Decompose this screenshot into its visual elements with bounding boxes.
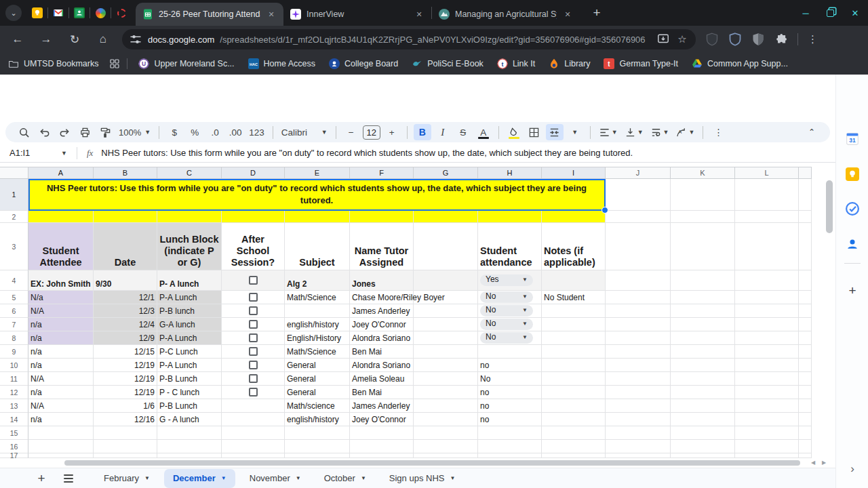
cell-G7[interactable] (414, 318, 478, 331)
cell-A6[interactable]: N/A (28, 304, 94, 318)
cell-stub-16[interactable] (799, 440, 812, 453)
cell-C16[interactable] (157, 440, 222, 453)
cell-L11[interactable] (735, 372, 799, 386)
cell-C9[interactable]: P-C Lunch (157, 345, 222, 359)
column-header-K[interactable]: K (671, 167, 735, 179)
cell-B12[interactable]: 12/19 (94, 386, 157, 399)
cell-B3[interactable]: Date (94, 223, 157, 270)
cell-D5[interactable] (222, 291, 285, 304)
cell-H7[interactable]: No▼ (478, 318, 542, 331)
merge-cells-dropdown[interactable]: ▼ (566, 124, 584, 140)
sheet-tab-sign-ups-nhs[interactable]: Sign ups NHS▼ (380, 469, 465, 488)
cell-C11[interactable]: P-B Lunch (157, 372, 222, 386)
row-header-13[interactable]: 13 (0, 399, 28, 413)
cell-stub-14[interactable] (799, 413, 812, 426)
cell-stub-17[interactable] (799, 453, 812, 458)
italic-button[interactable]: I (434, 124, 452, 140)
cell-A4[interactable]: EX: John Smith (28, 270, 94, 291)
vertical-scroll-thumb[interactable] (826, 180, 833, 233)
hide-menus-chevron[interactable]: ⌃ (803, 124, 821, 140)
cell-D2[interactable] (222, 211, 285, 223)
row-header-6[interactable]: 6 (0, 304, 28, 318)
cell-D16[interactable] (222, 440, 285, 453)
print-icon[interactable] (76, 124, 94, 140)
cell-B5[interactable]: 12/1 (94, 291, 157, 304)
cell-H10[interactable]: no (478, 359, 542, 372)
cell-H2[interactable] (478, 211, 542, 223)
column-header-I[interactable]: I (542, 167, 606, 179)
cell-J13[interactable] (606, 399, 671, 413)
cell-H15[interactable] (478, 426, 542, 440)
pinned-tab-keep[interactable] (27, 0, 47, 26)
cell-F13[interactable]: James Anderley (350, 399, 414, 413)
row-header-5[interactable]: 5 (0, 291, 28, 304)
cell-E16[interactable] (285, 440, 350, 453)
cell-K1[interactable] (671, 179, 735, 211)
cell-J10[interactable] (606, 359, 671, 372)
cell-I8[interactable] (542, 331, 606, 345)
column-header-G[interactable]: G (414, 167, 478, 179)
cell-K13[interactable] (671, 399, 735, 413)
cell-K7[interactable] (671, 318, 735, 331)
cell-L4[interactable] (735, 270, 799, 291)
column-header-D[interactable]: D (222, 167, 285, 179)
scroll-right-icon[interactable]: ▶ (822, 460, 826, 466)
cell-L9[interactable] (735, 345, 799, 359)
cell-J15[interactable] (606, 426, 671, 440)
cell-stub-8[interactable] (799, 331, 812, 345)
horizontal-scroll-thumb[interactable] (64, 460, 800, 466)
pinned-tab-copilot[interactable] (90, 0, 111, 26)
cell-E15[interactable] (285, 426, 350, 440)
cell-stub-11[interactable] (799, 372, 812, 386)
number-format-button[interactable]: 123 (247, 124, 267, 140)
cell-H16[interactable] (478, 440, 542, 453)
cell-D9[interactable] (222, 345, 285, 359)
site-settings-icon[interactable] (129, 33, 142, 46)
cell-K3[interactable] (671, 223, 735, 270)
cell-L1[interactable] (735, 179, 799, 211)
cell-E6[interactable] (285, 304, 350, 318)
row-header-3[interactable]: 3 (0, 223, 28, 270)
browser-menu-icon[interactable]: ⋮ (808, 33, 818, 45)
add-sheet-button[interactable]: + (33, 471, 50, 486)
checkbox[interactable] (249, 306, 258, 315)
text-color-button[interactable]: A (475, 124, 492, 140)
cell-E11[interactable]: General (285, 372, 350, 386)
cell-G10[interactable] (414, 359, 478, 372)
reload-icon[interactable]: ↻ (64, 28, 85, 50)
zoom-select[interactable]: 100%▼ (117, 124, 153, 140)
bookmark-hac[interactable]: HACHome Access (248, 58, 315, 69)
pinned-tab-gmail[interactable] (48, 0, 68, 26)
cell-stub-4[interactable] (799, 270, 812, 291)
cell-C5[interactable]: P-A Lunch (157, 291, 222, 304)
cell-K14[interactable] (671, 413, 735, 426)
bookmark-linkit[interactable]: tLink It (497, 58, 535, 69)
formula-input[interactable]: NHS Peer tutors: Use this form while you… (101, 148, 835, 158)
selection-fill-handle[interactable] (601, 207, 608, 214)
checkbox[interactable] (249, 320, 258, 329)
checkbox[interactable] (249, 333, 258, 342)
cell-H4[interactable]: Yes▼ (478, 270, 542, 291)
cell-L13[interactable] (735, 399, 799, 413)
cell-J6[interactable] (606, 304, 671, 318)
cell-A1-merged-banner[interactable]: NHS Peer tutors: Use this form while you… (28, 179, 606, 211)
cell-G15[interactable] (414, 426, 478, 440)
checkbox[interactable] (249, 361, 258, 369)
cell-A13[interactable]: N/A (28, 399, 94, 413)
cell-stub-15[interactable] (799, 426, 812, 440)
cell-L14[interactable] (735, 413, 799, 426)
cell-H8[interactable]: No▼ (478, 331, 542, 345)
cell-E7[interactable]: english/history (285, 318, 350, 331)
install-app-icon[interactable] (656, 33, 670, 46)
cell-D3[interactable]: After School Session? (222, 223, 285, 270)
dropdown-chip[interactable]: No▼ (480, 319, 533, 330)
cell-J8[interactable] (606, 331, 671, 345)
cell-J17[interactable] (606, 453, 671, 458)
cell-L5[interactable] (735, 291, 799, 304)
sheet-tab-october[interactable]: October▼ (315, 469, 375, 488)
sheet-tab-november[interactable]: November▼ (241, 469, 310, 488)
cell-K9[interactable] (671, 345, 735, 359)
cell-K6[interactable] (671, 304, 735, 318)
cell-E3[interactable]: Subject (285, 223, 350, 270)
cell-L15[interactable] (735, 426, 799, 440)
